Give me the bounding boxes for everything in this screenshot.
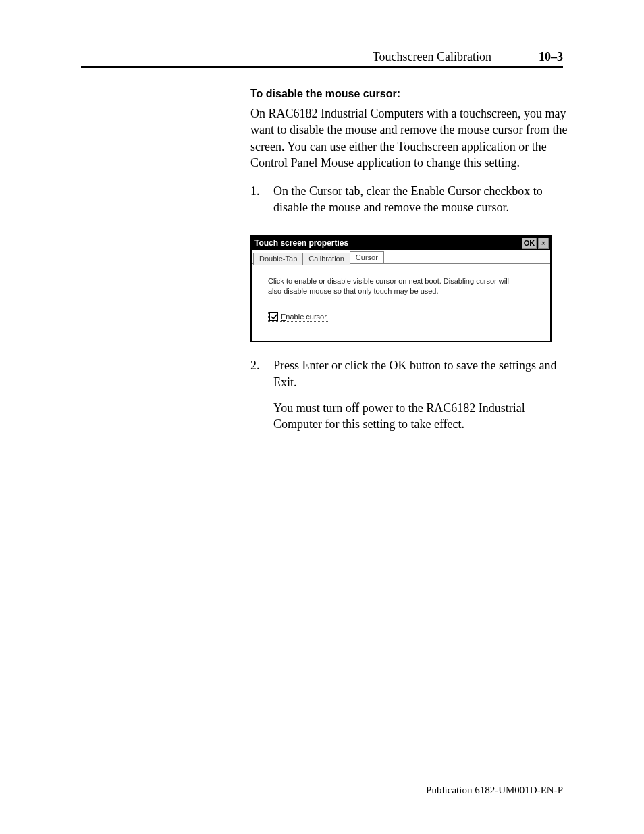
enable-cursor-label: Enable cursor bbox=[281, 313, 327, 321]
step-number: 2. bbox=[250, 357, 273, 442]
enable-cursor-checkbox-row[interactable]: Enable cursor bbox=[268, 311, 329, 322]
close-button[interactable]: × bbox=[538, 238, 549, 249]
tab-strip: Double-Tap Calibration Cursor bbox=[252, 251, 550, 264]
ok-button[interactable]: OK bbox=[522, 238, 537, 249]
step-text: On the Cursor tab, clear the Enable Curs… bbox=[273, 183, 568, 216]
tab-description: Click to enable or disable visible curso… bbox=[268, 276, 511, 296]
step-number: 1. bbox=[250, 183, 273, 226]
step-text: Press Enter or click the OK button to sa… bbox=[273, 357, 568, 390]
dialog-titlebar: Touch screen properties OK × bbox=[252, 236, 550, 250]
section-heading: To disable the mouse cursor: bbox=[250, 88, 568, 100]
header-title: Touchscreen Calibration bbox=[373, 50, 491, 64]
header-rule bbox=[81, 66, 563, 68]
tab-cursor[interactable]: Cursor bbox=[350, 251, 384, 263]
step-text-followup: You must turn off power to the RAC6182 I… bbox=[273, 400, 568, 433]
checkmark-icon bbox=[271, 313, 277, 320]
footer-publication: Publication 6182-UM001D-EN-P bbox=[426, 785, 563, 796]
tab-calibration[interactable]: Calibration bbox=[302, 253, 350, 265]
intro-paragraph: On RAC6182 Industrial Computers with a t… bbox=[250, 105, 568, 171]
dialog-title-text: Touch screen properties bbox=[253, 238, 522, 248]
touch-screen-properties-dialog: Touch screen properties OK × Double-Tap … bbox=[250, 235, 552, 343]
header-page-number: 10–3 bbox=[539, 50, 563, 64]
tab-double-tap[interactable]: Double-Tap bbox=[253, 253, 303, 265]
enable-cursor-checkbox[interactable] bbox=[269, 312, 278, 321]
